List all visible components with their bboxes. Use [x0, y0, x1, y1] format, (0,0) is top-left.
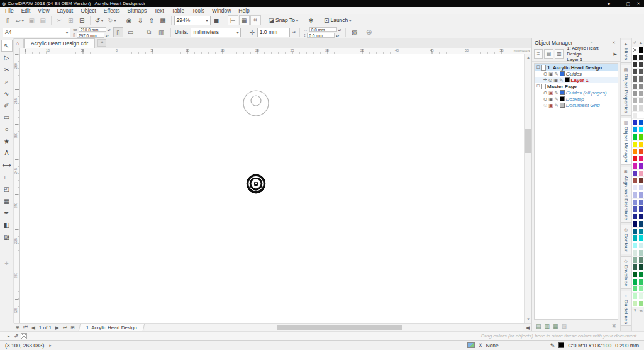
first-page-button[interactable]: ⏮	[21, 324, 30, 330]
palette-swatch[interactable]	[632, 300, 638, 307]
palette-swatch[interactable]	[638, 300, 644, 307]
palette-swatch[interactable]	[638, 278, 644, 285]
document-palette-flyout[interactable]: ▸	[5, 334, 13, 339]
search-content-button[interactable]: ◉	[124, 15, 135, 25]
editable-pencil-icon[interactable]: ✎	[554, 90, 558, 96]
palette-swatch[interactable]	[632, 170, 638, 177]
menu-edit[interactable]: Edit	[18, 7, 35, 14]
visibility-eye-icon[interactable]: ⊙	[543, 71, 547, 77]
om-layer-row[interactable]: ⊙▣✎Guides (all pages)	[535, 89, 618, 96]
layer-color-swatch[interactable]	[565, 77, 570, 82]
palette-swatch[interactable]	[632, 112, 638, 119]
palette-swatch[interactable]	[632, 119, 638, 126]
zoom-tool[interactable]: ⌕	[1, 76, 13, 88]
minimize-button[interactable]: –	[618, 1, 620, 6]
show-grid-button[interactable]: ▦	[239, 15, 250, 25]
palette-swatch[interactable]	[632, 199, 638, 206]
docker-tab-hints[interactable]: ✦Hints	[621, 40, 631, 63]
prev-page-button[interactable]: ◀	[30, 325, 37, 330]
palette-swatch[interactable]	[638, 206, 644, 213]
nudge-spinner[interactable]: ▴▾	[292, 31, 296, 33]
color-eyedropper-tool[interactable]: ✒	[1, 207, 13, 219]
palette-swatch[interactable]	[632, 293, 638, 300]
visibility-eye-icon[interactable]: ⊙	[543, 103, 547, 108]
palette-swatch[interactable]	[638, 54, 644, 61]
new-document-button[interactable]: ▯	[3, 15, 13, 25]
new-layer-button[interactable]: ▤	[536, 323, 541, 329]
edit-across-layers-button[interactable]: ▤	[544, 49, 553, 59]
portrait-button[interactable]: ▯	[113, 27, 123, 37]
docker-tab-object-properties[interactable]: ▤Object Properties	[621, 65, 631, 116]
menu-table[interactable]: Table	[168, 7, 188, 14]
om-layer-row[interactable]: ⊙▣✎Document Grid	[535, 102, 618, 108]
print-button[interactable]: ▤	[38, 15, 48, 25]
horizontal-scrollbar[interactable]	[145, 324, 523, 331]
layer-color-swatch[interactable]	[560, 103, 565, 108]
printable-printer-icon[interactable]: ▣	[548, 103, 553, 108]
palette-swatch[interactable]	[632, 127, 638, 133]
page-height-input[interactable]: 297.0 mm	[77, 33, 104, 38]
redo-button[interactable]: ↻▾	[106, 15, 118, 25]
palette-swatch[interactable]	[632, 148, 638, 155]
import-button[interactable]: ⇩	[135, 15, 146, 25]
landscape-button[interactable]: ▭	[126, 27, 136, 37]
vertical-ruler[interactable]: 260255250245240235230225	[14, 54, 20, 323]
units-combo[interactable]: millimeters▾	[191, 28, 241, 37]
palette-swatch[interactable]	[632, 191, 638, 198]
pick-tool[interactable]: ↖	[1, 40, 13, 52]
palette-swatch[interactable]	[638, 104, 644, 111]
palette-swatch[interactable]	[638, 155, 644, 162]
menu-bitmaps[interactable]: Bitmaps	[124, 7, 151, 14]
smart-fill-tool[interactable]: ▨	[1, 231, 13, 243]
show-object-properties-button[interactable]: ≡	[534, 49, 543, 59]
add-page-icon[interactable]: ⊞	[69, 325, 76, 330]
full-screen-preview-button[interactable]: ◼	[211, 15, 222, 25]
palette-eyedropper-top-icon[interactable]: ✐	[633, 40, 637, 45]
palette-scroll-down-icon[interactable]: ▼	[633, 308, 637, 312]
menu-tools[interactable]: Tools	[188, 7, 208, 14]
nudge-distance-input[interactable]: 1.0 mm	[257, 28, 290, 37]
page-curl-icon[interactable]: ⊞	[14, 325, 21, 330]
palette-swatch[interactable]	[638, 112, 644, 119]
palette-swatch[interactable]	[638, 98, 644, 104]
palette-swatch[interactable]	[632, 242, 638, 249]
menu-help[interactable]: Help	[235, 7, 253, 14]
palette-eyedropper-icon[interactable]: ✐	[13, 333, 21, 339]
dimension-tool[interactable]: ⟷	[1, 159, 13, 171]
palette-swatch[interactable]	[638, 127, 644, 133]
palette-swatch[interactable]	[638, 235, 644, 242]
palette-swatch[interactable]	[638, 228, 644, 235]
printable-printer-icon[interactable]: ▣	[553, 77, 558, 83]
palette-swatch[interactable]	[638, 257, 644, 264]
layer-color-swatch[interactable]	[560, 90, 565, 95]
docker-flyout-button[interactable]: »	[588, 40, 594, 45]
palette-swatch[interactable]	[632, 184, 638, 191]
close-button[interactable]: ✕	[636, 1, 640, 6]
palette-swatch[interactable]	[632, 162, 638, 169]
shape-tool[interactable]: ▷	[1, 52, 13, 64]
palette-expand-icon[interactable]: ≫	[639, 308, 643, 313]
palette-swatch[interactable]	[632, 228, 638, 235]
interactive-fill-tool[interactable]: ◧	[1, 219, 13, 231]
palette-swatch[interactable]	[638, 249, 644, 256]
tree-expander-icon[interactable]: ⊟	[536, 65, 540, 70]
menu-object[interactable]: Object	[77, 7, 100, 14]
palette-swatch[interactable]	[638, 184, 644, 191]
page-size-preset-combo[interactable]: A4▾	[3, 28, 70, 37]
palette-swatch[interactable]	[632, 177, 638, 184]
ellipse-tool[interactable]: ○	[1, 123, 13, 135]
current-page-button[interactable]: ▥	[157, 27, 167, 37]
palette-swatch[interactable]	[632, 90, 638, 97]
palette-swatch[interactable]	[638, 162, 644, 169]
no-color-swatch[interactable]	[21, 333, 27, 339]
new-master-even-button[interactable]: ▧	[562, 323, 567, 329]
palette-swatch[interactable]	[632, 98, 638, 104]
palette-swatch[interactable]	[638, 293, 644, 300]
context-expand-arrow[interactable]: ▶	[614, 52, 618, 57]
docker-tab-align-and-distribute[interactable]: ⊞Align and Distribute	[621, 167, 631, 223]
all-pages-button[interactable]: ⧉	[144, 27, 154, 37]
docker-close-button[interactable]: ✕	[610, 40, 618, 45]
duplicate-x-spinner[interactable]: ▴▾	[338, 28, 341, 31]
palette-scroll-up-icon[interactable]: ▲	[639, 40, 643, 45]
palette-swatch[interactable]	[638, 141, 644, 148]
